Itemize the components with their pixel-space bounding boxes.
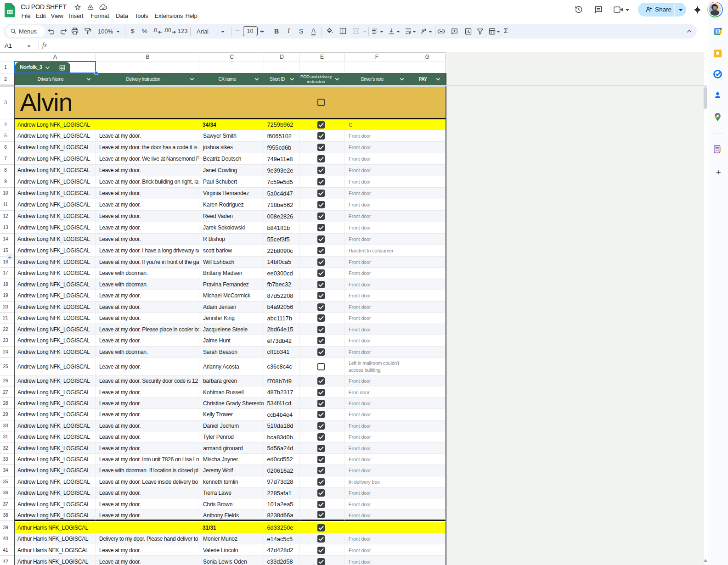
svg-text:31: 31 [716, 30, 720, 33]
svg-text:A: A [422, 28, 424, 33]
